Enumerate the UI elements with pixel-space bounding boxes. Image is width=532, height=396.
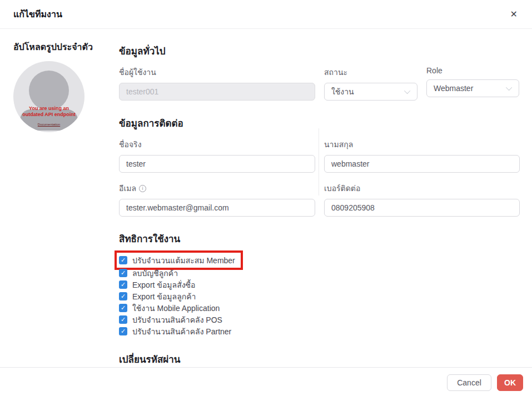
contact-info-grid: ชื่อจริง นามสกุล อีเมล i เบอร์ติดต่อ [119, 138, 520, 217]
chevron-down-icon [404, 88, 410, 94]
modal-footer: Cancel OK [0, 367, 532, 396]
status-selected-value: ใช้งาน [331, 86, 354, 98]
permission-row: ✓ ปรับจำนวนสินค้าคลัง POS [119, 314, 520, 325]
avatar-warning-line1: You are using an [13, 106, 84, 112]
avatar-upload-section: อัปโหลดรูปประจำตัว You are using an outd… [13, 40, 111, 132]
email-label-text: อีเมล [119, 182, 136, 194]
phone-field-group: เบอร์ติดต่อ [324, 182, 520, 217]
permission-row: ✓ Export ข้อมูลลูกค้า [119, 290, 520, 302]
checkbox-checked[interactable]: ✓ [119, 280, 127, 289]
ok-button[interactable]: OK [497, 374, 523, 391]
username-input [119, 83, 315, 101]
checkbox-checked[interactable]: ✓ [119, 327, 127, 335]
role-field-group: Role Webmaster [426, 66, 519, 101]
status-label: สถานะ [324, 66, 417, 78]
general-info-heading: ข้อมูลทั่วไป [119, 43, 520, 58]
info-icon[interactable]: i [139, 185, 146, 192]
modal-header: แก้ไขทีมงาน ✕ [0, 0, 532, 29]
form-area: ข้อมูลทั่วไป ชื่อผู้ใช้งาน สถานะ ใช้งาน … [119, 43, 520, 389]
permission-row: ✓ ใช้งาน Mobile Application [119, 302, 520, 314]
first-name-field-group: ชื่อจริง [119, 138, 315, 173]
avatar[interactable]: You are using an outdated API endpoint D… [13, 61, 84, 132]
permission-label: ลบบัญชีลูกค้า [132, 267, 178, 279]
avatar-warning: You are using an outdated API endpoint D… [13, 106, 84, 128]
permission-row: ✓ ปรับจำนวนแต้มสะสม Member [119, 254, 235, 266]
last-name-field-group: นามสกุล [324, 138, 520, 173]
checkbox-checked[interactable]: ✓ [119, 292, 127, 300]
permission-label: ปรับจำนวนสินค้าคลัง Partner [132, 325, 231, 338]
permission-label: ปรับจำนวนแต้มสะสม Member [132, 254, 235, 267]
close-icon[interactable]: ✕ [508, 8, 520, 21]
avatar-warning-line2: outdated API endpoint [13, 112, 84, 118]
username-label: ชื่อผู้ใช้งาน [119, 66, 315, 78]
checkbox-checked[interactable]: ✓ [119, 304, 127, 312]
edit-team-modal: แก้ไขทีมงาน ✕ อัปโหลดรูปประจำตัว You are… [0, 0, 532, 396]
permission-label: Export ข้อมูลสั่งซื้อ [132, 279, 195, 291]
avatar-placeholder-icon [29, 71, 69, 111]
role-label: Role [426, 66, 519, 75]
avatar-warning-doc-link[interactable]: Documentation [38, 123, 60, 126]
status-select[interactable]: ใช้งาน [324, 83, 417, 101]
contact-info-heading: ข้อมูลการติดต่อ [119, 116, 520, 131]
role-selected-value: Webmaster [434, 84, 473, 93]
avatar-upload-heading: อัปโหลดรูปประจำตัว [13, 40, 111, 54]
permission-row: ✓ Export ข้อมูลสั่งซื้อ [119, 279, 520, 290]
general-info-row: ชื่อผู้ใช้งาน สถานะ ใช้งาน Role Webmaste… [119, 66, 520, 101]
checkbox-checked[interactable]: ✓ [119, 256, 127, 264]
email-field-group: อีเมล i [119, 182, 315, 217]
last-name-input[interactable] [324, 155, 520, 173]
permission-label: ใช้งาน Mobile Application [132, 302, 220, 314]
first-name-label: ชื่อจริง [119, 138, 315, 151]
last-name-label: นามสกุล [324, 138, 520, 151]
phone-label: เบอร์ติดต่อ [324, 182, 520, 194]
cancel-button[interactable]: Cancel [447, 374, 491, 391]
permissions-list: ✓ ปรับจำนวนแต้มสะสม Member ✓ ลบบัญชีลูกค… [119, 250, 520, 337]
username-field-group: ชื่อผู้ใช้งาน [119, 66, 315, 101]
permission-label: ปรับจำนวนสินค้าคลัง POS [132, 314, 222, 326]
permissions-heading: สิทธิการใช้งาน [119, 231, 520, 246]
modal-title: แก้ไขทีมงาน [13, 7, 62, 21]
chevron-down-icon [506, 84, 512, 91]
phone-input[interactable] [324, 199, 520, 217]
permission-row: ✓ ปรับจำนวนสินค้าคลัง Partner [119, 325, 520, 337]
status-field-group: สถานะ ใช้งาน [324, 66, 417, 101]
email-label: อีเมล i [119, 182, 315, 194]
change-password-heading: เปลี่ยนรหัสผ่าน [119, 352, 520, 367]
role-select[interactable]: Webmaster [426, 79, 519, 97]
permission-label: Export ข้อมูลลูกค้า [132, 290, 196, 303]
first-name-input[interactable] [119, 155, 315, 173]
checkbox-checked[interactable]: ✓ [119, 269, 127, 277]
checkbox-checked[interactable]: ✓ [119, 315, 127, 324]
email-input[interactable] [119, 199, 315, 217]
